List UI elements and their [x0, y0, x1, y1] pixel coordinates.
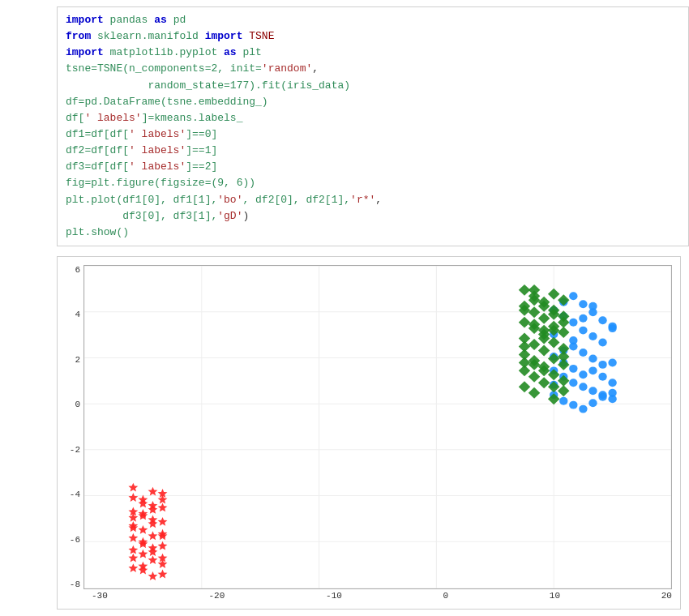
red-star: [138, 566, 148, 575]
green-diamond: [538, 344, 550, 356]
plot-output: 6420-2-4-6-8: [57, 256, 681, 610]
blue-dot: [608, 324, 616, 332]
blue-dot: [588, 354, 597, 362]
blue-dot: [579, 405, 587, 413]
green-diamond: [548, 289, 559, 300]
blue-dots-group: [550, 292, 617, 413]
red-star: [148, 487, 158, 496]
scatter-svg: [84, 266, 671, 588]
green-diamond: [558, 327, 569, 338]
y-axis-label: 0: [75, 400, 80, 409]
blue-dot: [569, 365, 577, 373]
blue-dot: [588, 387, 597, 395]
green-diamond: [519, 381, 530, 392]
blue-dot: [579, 327, 587, 335]
y-axis-label: -2: [70, 445, 80, 455]
red-star: [148, 531, 158, 540]
blue-dot: [579, 370, 587, 379]
green-diamond: [519, 357, 530, 368]
blue-dot: [559, 397, 567, 405]
red-star: [148, 555, 158, 564]
blue-dot: [569, 336, 577, 344]
red-star: [158, 495, 168, 504]
red-star: [148, 571, 158, 580]
red-star: [138, 550, 148, 558]
blue-dot: [608, 358, 616, 366]
red-star: [128, 545, 138, 554]
y-axis-label: -6: [70, 535, 80, 545]
red-star: [158, 570, 168, 579]
red-star: [128, 493, 138, 502]
x-axis-label: -30: [92, 591, 108, 601]
green-diamond: [529, 387, 540, 399]
plot-area: [83, 265, 672, 589]
x-axis-label: 10: [550, 591, 560, 601]
green-diamond: [529, 284, 540, 296]
red-star: [128, 483, 138, 492]
blue-dot: [598, 393, 606, 401]
red-star: [128, 554, 138, 563]
red-star: [158, 559, 168, 568]
red-star: [128, 513, 138, 522]
x-axis-label: 20: [661, 591, 672, 601]
blue-dot: [608, 389, 616, 397]
red-star: [158, 517, 168, 526]
green-diamond: [558, 294, 569, 306]
blue-dot: [569, 401, 577, 409]
blue-dot: [588, 302, 597, 310]
red-star: [138, 525, 148, 534]
cell-label: [0, 6, 57, 246]
red-star: [158, 503, 168, 511]
cell-code: import pandas as pdfrom sklearn.manifold…: [57, 6, 689, 246]
red-star: [158, 541, 168, 550]
y-axis-label: -8: [70, 580, 80, 589]
blue-dot: [598, 316, 606, 324]
y-axis-label: 6: [75, 265, 80, 275]
y-axis-label: 2: [75, 355, 80, 365]
blue-dot: [579, 383, 587, 391]
blue-dot: [569, 379, 577, 387]
x-axis-labels: -30-20-1001020: [58, 589, 680, 601]
blue-dot: [608, 379, 616, 387]
x-axis-label: 0: [443, 591, 449, 601]
green-diamond: [519, 317, 530, 328]
y-axis-label: -4: [70, 490, 80, 499]
y-axis-labels: 6420-2-4-6-8: [58, 265, 83, 589]
blue-dot: [598, 339, 606, 347]
x-axis-label: -10: [326, 591, 342, 601]
green-diamond: [529, 306, 540, 318]
green-diamond: [529, 371, 540, 383]
blue-dot: [588, 332, 597, 340]
notebook-cell: import pandas as pdfrom sklearn.manifold…: [0, 0, 689, 253]
blue-dot: [569, 292, 577, 300]
green-diamond: [558, 351, 569, 362]
x-axis-label: -20: [209, 591, 225, 601]
blue-dot: [588, 366, 597, 374]
red-star: [128, 563, 138, 572]
blue-dot: [579, 300, 587, 308]
red-star: [148, 547, 158, 556]
green-diamond: [519, 341, 530, 353]
green-diamonds-group: [519, 284, 570, 404]
blue-dot: [588, 399, 597, 407]
green-diamond: [529, 339, 540, 350]
blue-dot: [598, 361, 606, 369]
blue-dot: [569, 319, 577, 327]
blue-dot: [598, 373, 606, 381]
y-axis-label: 4: [75, 310, 80, 319]
blue-dot: [579, 349, 587, 357]
blue-dot: [579, 314, 587, 323]
red-stars-group: [128, 483, 167, 580]
plot-inner: 6420-2-4-6-8: [58, 265, 680, 589]
green-diamond: [548, 353, 559, 364]
red-star: [128, 533, 138, 542]
